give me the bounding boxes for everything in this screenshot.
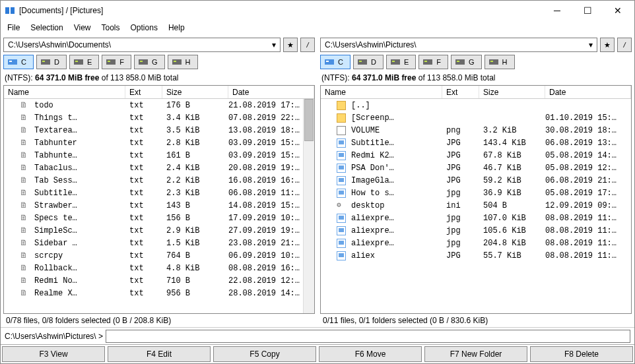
file-row[interactable]: Tabhunter txt 2.8 KiB 03.09.2019 15:… [4,136,314,149]
document-icon [20,226,29,235]
file-date: 05.08.2019 17:… [545,189,631,198]
file-row[interactable]: Subtitle… JPG 143.4 KiB 06.08.2019 13:… [321,136,631,149]
col-name[interactable]: Name [321,86,442,98]
right-path-box[interactable]: C:\Users\Ashwin\Pictures\ ▾ [320,38,597,52]
file-row[interactable]: aliexpre… jpg 204.8 KiB 08.08.2019 11:… [321,237,631,249]
left-pane: C:\Users\Ashwin\Documents\ ▾ ★ /CDEFGH(N… [1,36,318,327]
right-drive-f[interactable]: F [418,55,448,69]
right-file-list[interactable]: Name Ext Size Date [..] [Screenp… 01.10.… [320,85,632,314]
file-name: Sidebar … [18,239,125,248]
minimize-button[interactable]: ─ [542,1,572,20]
left-drive-e[interactable]: E [69,55,99,69]
right-drive-h[interactable]: H [485,55,515,69]
file-row[interactable]: desktop ini 504 B 12.09.2019 09:… [321,199,631,212]
file-row[interactable]: PSA Don'… JPG 46.7 KiB 05.08.2019 12:… [321,162,631,174]
right-drive-d[interactable]: D [353,55,384,69]
left-scrollbar[interactable] [303,99,314,313]
file-row[interactable]: SimpleSc… txt 2.9 KiB 27.09.2019 19:… [4,224,314,237]
file-row[interactable]: How to s… jpg 36.9 KiB 05.08.2019 17:… [321,187,631,199]
left-drive-g[interactable]: G [134,55,165,69]
file-ext: png [442,126,479,135]
file-row[interactable]: aliexpre… jpg 107.0 KiB 08.08.2019 11:… [321,212,631,224]
col-size[interactable]: Size [162,86,228,98]
f8-delete[interactable]: F8 Delete [530,346,633,362]
document-icon [20,175,29,185]
chevron-down-icon[interactable]: ▾ [585,38,597,51]
left-path-box[interactable]: C:\Users\Ashwin\Documents\ ▾ [3,38,281,52]
file-row[interactable]: Textarea… txt 3.5 KiB 13.08.2019 18:… [4,124,314,136]
file-size: 161 B [162,151,228,160]
col-ext[interactable]: Ext [442,86,479,98]
file-row[interactable]: ImageGla… JPG 59.2 KiB 06.08.2019 21:… [321,174,631,187]
file-size: 4.8 KiB [162,264,228,273]
file-row[interactable]: aliexpre… jpg 105.6 KiB 08.08.2019 11:… [321,224,631,237]
folder-icon [337,101,346,110]
file-row[interactable]: Redmi No… txt 710 B 22.08.2019 12:… [4,274,314,287]
left-file-list[interactable]: Name Ext Size Date todo txt 176 B 21.08.… [3,85,315,314]
menu-options[interactable]: Options [131,23,158,32]
right-drive-e[interactable]: E [386,55,416,69]
command-row: C:\Users\Ashwin\Pictures\ > [1,327,634,344]
f7-newfolder[interactable]: F7 New Folder [424,346,527,362]
menu-selection[interactable]: Selection [30,23,63,32]
file-row[interactable]: [Screenp… 01.10.2019 15:… [321,111,631,124]
f6-move[interactable]: F6 Move [319,346,422,362]
file-row[interactable]: todo txt 176 B 21.08.2019 17:… [4,99,314,111]
scroll-thumb[interactable] [304,99,314,141]
file-row[interactable]: Sidebar … txt 1.5 KiB 23.08.2019 21:… [4,237,314,249]
drive-icon [8,59,17,65]
file-row[interactable]: scrcpy txt 764 B 06.09.2019 10:… [4,249,314,262]
left-drive-d[interactable]: D [36,55,67,69]
right-drive-c[interactable]: C [320,55,351,69]
file-ext: txt [125,101,162,110]
command-input[interactable] [106,330,630,343]
file-row[interactable]: Tabaclus… txt 2.4 KiB 20.08.2019 19:… [4,162,314,174]
file-row[interactable]: [..] [321,99,631,111]
menu-help[interactable]: Help [168,23,185,32]
col-size[interactable]: Size [479,86,545,98]
file-row[interactable]: Specs te… txt 156 B 17.09.2019 10:… [4,212,314,224]
right-drive-g[interactable]: G [451,55,482,69]
file-row[interactable]: Tab Sess… txt 2.2 KiB 16.08.2019 16:… [4,174,314,187]
col-date[interactable]: Date [545,86,631,98]
file-name: ImageGla… [335,176,442,185]
menu-file[interactable]: File [7,23,20,32]
menu-view[interactable]: View [74,23,91,32]
file-row[interactable]: aliex JPG 55.7 KiB 08.08.2019 11:… [321,249,631,262]
file-row[interactable]: Strawber… txt 143 B 14.08.2019 15:… [4,199,314,212]
file-row[interactable]: Tabhunte… txt 161 B 03.09.2019 15:… [4,149,314,162]
file-row[interactable]: VOLUME png 3.2 KiB 30.08.2019 18:… [321,124,631,136]
left-history-button[interactable]: / [300,38,315,52]
file-name: todo [18,101,125,110]
right-favorites-button[interactable]: ★ [600,38,615,52]
file-size: 2.3 KiB [162,189,228,198]
left-favorites-button[interactable]: ★ [283,38,298,52]
menu-tools[interactable]: Tools [102,23,120,32]
file-row[interactable]: Redmi K2… JPG 67.8 KiB 05.08.2019 14:… [321,149,631,162]
file-date: 27.09.2019 19:… [228,226,314,235]
left-drive-f[interactable]: F [102,55,131,69]
col-name[interactable]: Name [4,86,125,98]
f4-edit[interactable]: F4 Edit [108,346,211,362]
right-history-button[interactable]: / [617,38,632,52]
file-row[interactable]: Subtitle… txt 2.3 KiB 06.08.2019 11:… [4,187,314,199]
file-size: 3.5 KiB [162,126,228,135]
left-drive-h[interactable]: H [168,55,198,69]
left-drive-c[interactable]: C [3,55,34,69]
file-ext: ini [442,201,479,210]
f5-copy[interactable]: F5 Copy [213,346,316,362]
file-row[interactable]: Things t… txt 3.4 KiB 07.08.2019 22:… [4,111,314,124]
maximize-button[interactable]: ☐ [572,1,603,20]
col-ext[interactable]: Ext [125,86,162,98]
col-date[interactable]: Date [228,86,314,98]
file-ext: JPG [442,164,479,173]
chevron-down-icon[interactable]: ▾ [268,38,280,51]
file-row[interactable]: Realme X… txt 956 B 28.08.2019 14:… [4,287,314,299]
file-name: aliexpre… [335,214,442,223]
f3-view[interactable]: F3 View [2,346,105,362]
close-button[interactable]: ✕ [603,1,633,20]
file-ext: txt [125,189,162,198]
drive-icon [455,59,465,65]
file-row[interactable]: Rollback… txt 4.8 KiB 08.08.2019 16:… [4,262,314,274]
file-name: [..] [335,101,442,110]
